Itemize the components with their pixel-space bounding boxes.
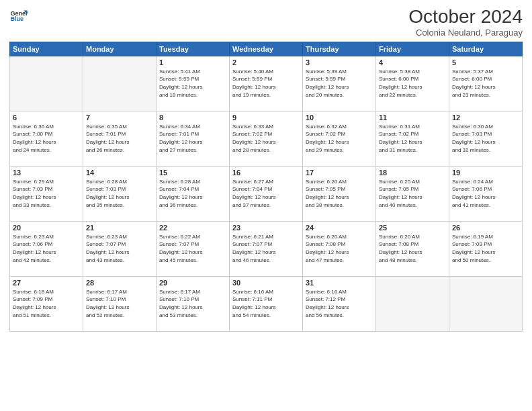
calendar-cell: 3Sunrise: 5:39 AM Sunset: 5:59 PM Daylig… xyxy=(303,56,376,111)
title-block: October 2024 Colonia Neuland, Paraguay xyxy=(408,7,523,38)
day-info: Sunrise: 6:23 AM Sunset: 7:06 PM Dayligh… xyxy=(13,233,80,264)
day-info: Sunrise: 6:20 AM Sunset: 7:08 PM Dayligh… xyxy=(379,233,446,264)
calendar-cell xyxy=(83,56,157,111)
day-number: 1 xyxy=(159,58,226,66)
day-info: Sunrise: 6:33 AM Sunset: 7:02 PM Dayligh… xyxy=(232,123,300,154)
calendar-cell: 4Sunrise: 5:38 AM Sunset: 6:00 PM Daylig… xyxy=(376,56,449,111)
calendar-cell: 10Sunrise: 6:32 AM Sunset: 7:02 PM Dayli… xyxy=(303,111,376,166)
day-info: Sunrise: 5:38 AM Sunset: 6:00 PM Dayligh… xyxy=(379,68,446,99)
calendar-cell: 26Sunrise: 6:19 AM Sunset: 7:09 PM Dayli… xyxy=(449,221,523,276)
day-info: Sunrise: 5:41 AM Sunset: 5:59 PM Dayligh… xyxy=(159,68,226,99)
day-number: 17 xyxy=(306,169,373,177)
day-info: Sunrise: 6:34 AM Sunset: 7:01 PM Dayligh… xyxy=(159,123,226,154)
day-number: 29 xyxy=(159,279,226,287)
calendar-cell: 27Sunrise: 6:18 AM Sunset: 7:09 PM Dayli… xyxy=(10,276,83,331)
header-monday: Monday xyxy=(83,42,157,56)
day-info: Sunrise: 6:19 AM Sunset: 7:09 PM Dayligh… xyxy=(452,233,519,264)
day-number: 27 xyxy=(13,279,80,287)
day-info: Sunrise: 5:40 AM Sunset: 5:59 PM Dayligh… xyxy=(232,68,300,99)
header-wednesday: Wednesday xyxy=(230,42,303,56)
day-info: Sunrise: 6:28 AM Sunset: 7:03 PM Dayligh… xyxy=(86,178,153,209)
day-info: Sunrise: 6:16 AM Sunset: 7:12 PM Dayligh… xyxy=(306,288,373,319)
day-info: Sunrise: 6:28 AM Sunset: 7:04 PM Dayligh… xyxy=(159,178,226,209)
day-info: Sunrise: 6:21 AM Sunset: 7:07 PM Dayligh… xyxy=(232,233,300,264)
month-title: October 2024 xyxy=(408,7,523,28)
calendar-cell: 13Sunrise: 6:29 AM Sunset: 7:03 PM Dayli… xyxy=(10,166,83,221)
day-number: 5 xyxy=(452,58,519,66)
calendar-cell: 23Sunrise: 6:21 AM Sunset: 7:07 PM Dayli… xyxy=(230,221,303,276)
day-info: Sunrise: 6:17 AM Sunset: 7:10 PM Dayligh… xyxy=(159,288,226,319)
day-number: 21 xyxy=(86,224,153,232)
day-info: Sunrise: 6:18 AM Sunset: 7:09 PM Dayligh… xyxy=(13,288,80,319)
day-number: 10 xyxy=(306,113,373,122)
calendar-cell: 16Sunrise: 6:27 AM Sunset: 7:04 PM Dayli… xyxy=(230,166,303,221)
calendar-week-4: 20Sunrise: 6:23 AM Sunset: 7:06 PM Dayli… xyxy=(10,221,523,276)
calendar-cell: 8Sunrise: 6:34 AM Sunset: 7:01 PM Daylig… xyxy=(157,111,230,166)
calendar-cell: 14Sunrise: 6:28 AM Sunset: 7:03 PM Dayli… xyxy=(83,166,157,221)
calendar-cell: 18Sunrise: 6:25 AM Sunset: 7:05 PM Dayli… xyxy=(376,166,449,221)
calendar-cell: 2Sunrise: 5:40 AM Sunset: 5:59 PM Daylig… xyxy=(230,56,303,111)
day-number: 4 xyxy=(379,58,446,66)
header-saturday: Saturday xyxy=(449,42,523,56)
day-number: 11 xyxy=(379,113,446,122)
day-number: 30 xyxy=(232,279,300,287)
day-info: Sunrise: 6:27 AM Sunset: 7:04 PM Dayligh… xyxy=(232,178,300,209)
day-number: 15 xyxy=(159,169,226,177)
calendar-table: SundayMondayTuesdayWednesdayThursdayFrid… xyxy=(9,42,523,332)
day-number: 23 xyxy=(232,224,300,232)
calendar-cell: 31Sunrise: 6:16 AM Sunset: 7:12 PM Dayli… xyxy=(303,276,376,331)
calendar-cell: 11Sunrise: 6:31 AM Sunset: 7:02 PM Dayli… xyxy=(376,111,449,166)
calendar-cell: 24Sunrise: 6:20 AM Sunset: 7:08 PM Dayli… xyxy=(303,221,376,276)
day-number: 19 xyxy=(452,169,519,177)
svg-text:Blue: Blue xyxy=(10,15,24,22)
day-info: Sunrise: 6:23 AM Sunset: 7:07 PM Dayligh… xyxy=(86,233,153,264)
day-number: 20 xyxy=(13,224,80,232)
day-info: Sunrise: 6:16 AM Sunset: 7:11 PM Dayligh… xyxy=(232,288,300,319)
day-info: Sunrise: 6:24 AM Sunset: 7:06 PM Dayligh… xyxy=(452,178,519,209)
logo: General Blue xyxy=(9,7,28,26)
header-tuesday: Tuesday xyxy=(157,42,230,56)
calendar-cell: 1Sunrise: 5:41 AM Sunset: 5:59 PM Daylig… xyxy=(157,56,230,111)
calendar-cell xyxy=(376,276,449,331)
day-number: 16 xyxy=(232,169,300,177)
calendar-header-row: SundayMondayTuesdayWednesdayThursdayFrid… xyxy=(10,42,523,56)
calendar-week-2: 6Sunrise: 6:36 AM Sunset: 7:00 PM Daylig… xyxy=(10,111,523,166)
day-number: 31 xyxy=(306,279,373,287)
day-number: 2 xyxy=(232,58,300,66)
page-header: General Blue October 2024 Colonia Neulan… xyxy=(9,7,523,38)
day-number: 26 xyxy=(452,224,519,232)
calendar-cell: 20Sunrise: 6:23 AM Sunset: 7:06 PM Dayli… xyxy=(10,221,83,276)
day-info: Sunrise: 6:29 AM Sunset: 7:03 PM Dayligh… xyxy=(13,178,80,209)
day-info: Sunrise: 5:39 AM Sunset: 5:59 PM Dayligh… xyxy=(306,68,373,99)
calendar-week-3: 13Sunrise: 6:29 AM Sunset: 7:03 PM Dayli… xyxy=(10,166,523,221)
day-number: 28 xyxy=(86,279,153,287)
day-info: Sunrise: 6:32 AM Sunset: 7:02 PM Dayligh… xyxy=(306,123,373,154)
calendar-cell: 29Sunrise: 6:17 AM Sunset: 7:10 PM Dayli… xyxy=(157,276,230,331)
calendar-week-1: 1Sunrise: 5:41 AM Sunset: 5:59 PM Daylig… xyxy=(10,56,523,111)
calendar-cell: 5Sunrise: 5:37 AM Sunset: 6:00 PM Daylig… xyxy=(449,56,523,111)
calendar-cell: 6Sunrise: 6:36 AM Sunset: 7:00 PM Daylig… xyxy=(10,111,83,166)
day-number: 22 xyxy=(159,224,226,232)
calendar-cell: 7Sunrise: 6:35 AM Sunset: 7:01 PM Daylig… xyxy=(83,111,157,166)
day-number: 13 xyxy=(13,169,80,177)
day-info: Sunrise: 6:36 AM Sunset: 7:00 PM Dayligh… xyxy=(13,123,80,154)
calendar-cell: 9Sunrise: 6:33 AM Sunset: 7:02 PM Daylig… xyxy=(230,111,303,166)
day-info: Sunrise: 6:26 AM Sunset: 7:05 PM Dayligh… xyxy=(306,178,373,209)
day-info: Sunrise: 5:37 AM Sunset: 6:00 PM Dayligh… xyxy=(452,68,519,99)
location-subtitle: Colonia Neuland, Paraguay xyxy=(408,28,523,38)
calendar-cell xyxy=(449,276,523,331)
calendar-cell: 28Sunrise: 6:17 AM Sunset: 7:10 PM Dayli… xyxy=(83,276,157,331)
calendar-cell: 19Sunrise: 6:24 AM Sunset: 7:06 PM Dayli… xyxy=(449,166,523,221)
day-number: 3 xyxy=(306,58,373,66)
day-number: 9 xyxy=(232,113,300,122)
day-number: 7 xyxy=(86,113,153,122)
day-info: Sunrise: 6:20 AM Sunset: 7:08 PM Dayligh… xyxy=(306,233,373,264)
calendar-cell: 30Sunrise: 6:16 AM Sunset: 7:11 PM Dayli… xyxy=(230,276,303,331)
calendar-cell: 21Sunrise: 6:23 AM Sunset: 7:07 PM Dayli… xyxy=(83,221,157,276)
header-thursday: Thursday xyxy=(303,42,376,56)
calendar-cell: 12Sunrise: 6:30 AM Sunset: 7:03 PM Dayli… xyxy=(449,111,523,166)
day-info: Sunrise: 6:22 AM Sunset: 7:07 PM Dayligh… xyxy=(159,233,226,264)
day-number: 18 xyxy=(379,169,446,177)
calendar-cell: 17Sunrise: 6:26 AM Sunset: 7:05 PM Dayli… xyxy=(303,166,376,221)
day-info: Sunrise: 6:31 AM Sunset: 7:02 PM Dayligh… xyxy=(379,123,446,154)
